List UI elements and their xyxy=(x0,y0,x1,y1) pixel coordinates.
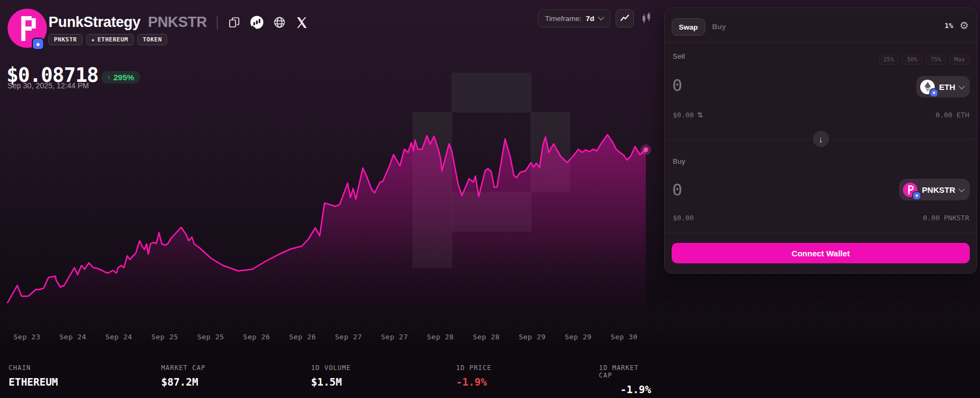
chart-area-fill xyxy=(8,135,646,313)
stat-1d-price: 1D PRICE -1.9% xyxy=(456,364,492,388)
stat-1d-volume: 1D VOLUME $1.5M xyxy=(311,364,351,388)
x-axis-label: Sep 24 xyxy=(96,333,141,341)
stat-label: 1D PRICE xyxy=(456,364,492,372)
chart-end-dot xyxy=(644,148,648,152)
x-axis-label: Sep 29 xyxy=(509,333,555,341)
stat-1d-market-cap: 1D MARKET CAP -1.9% xyxy=(599,364,651,395)
eth-diamond-icon: ◆ xyxy=(92,37,95,43)
x-axis-label: Sep 30 xyxy=(602,333,647,341)
line-chart-icon[interactable] xyxy=(616,9,634,27)
ethereum-mini-badge-icon: ◆ xyxy=(913,192,920,199)
chain-chip[interactable]: ◆ETHEREUM xyxy=(86,34,134,45)
eth-token-icon: ◆ xyxy=(920,80,935,94)
x-axis-label: Sep 29 xyxy=(556,333,601,341)
ticker-chip[interactable]: PNKSTR xyxy=(49,34,82,45)
quick-25-button[interactable]: 25% xyxy=(879,54,899,65)
page-title: PunkStrategy xyxy=(49,14,140,31)
swap-direction-icon[interactable]: ⇅ xyxy=(697,111,703,119)
connect-wallet-button[interactable]: Connect Wallet xyxy=(672,243,970,263)
stat-market-cap: MARKET CAP $87.2M xyxy=(161,364,205,388)
stat-chain: CHAIN ETHEREUM xyxy=(9,364,58,388)
swap-panel: Swap Buy 1% ⚙ Sell 25% 50% 75% Max 0 ◆ E… xyxy=(664,8,977,274)
stat-value: ETHEREUM xyxy=(9,376,58,388)
gear-icon[interactable]: ⚙ xyxy=(960,18,969,33)
website-globe-icon[interactable] xyxy=(273,16,286,29)
x-axis-label: Sep 26 xyxy=(234,333,279,341)
buy-token-selector[interactable]: ◆ PNKSTR xyxy=(899,179,970,200)
watermark-p-logo xyxy=(412,73,570,268)
up-arrow-icon: ↑ xyxy=(107,73,111,81)
x-axis-label: Sep 25 xyxy=(188,333,233,341)
buy-balance: 0.00 PNKSTR xyxy=(923,214,969,222)
stat-label: 1D MARKET CAP xyxy=(599,364,651,379)
slippage-value[interactable]: 1% xyxy=(944,22,953,30)
pixel-p-glyph xyxy=(907,185,914,194)
x-axis-label: Sep 26 xyxy=(280,333,325,341)
stat-value: -1.9% xyxy=(599,383,651,395)
stat-value: -1.9% xyxy=(456,376,492,388)
stat-value: $87.2M xyxy=(161,376,205,388)
price-timestamp: Sep 30, 2025, 12:44 PM xyxy=(8,81,89,90)
etherscan-icon[interactable] xyxy=(250,16,264,29)
x-axis-labels: Sep 23Sep 24Sep 24Sep 25Sep 25Sep 26Sep … xyxy=(4,333,647,341)
sell-balance: 0.00 ETH xyxy=(935,111,969,119)
title-row: PunkStrategy PNKSTR xyxy=(49,14,309,31)
x-axis-label: Sep 25 xyxy=(142,333,188,341)
x-twitter-icon[interactable] xyxy=(295,16,309,29)
tab-buy[interactable]: Buy xyxy=(712,18,726,34)
divider xyxy=(217,16,218,29)
quick-75-button[interactable]: 75% xyxy=(926,54,946,65)
x-axis-label: Sep 24 xyxy=(50,333,95,341)
tag-chips: PNKSTR ◆ETHEREUM TOKEN xyxy=(49,34,167,45)
timeframe-dropdown[interactable]: Timeframe:7d xyxy=(538,9,610,27)
divider xyxy=(665,42,977,43)
social-links xyxy=(227,16,309,29)
x-axis-label: Sep 27 xyxy=(326,333,371,341)
stat-label: CHAIN xyxy=(9,364,58,372)
sell-usd-value: $0.00⇅ xyxy=(673,111,703,119)
chevron-down-icon xyxy=(958,83,964,89)
chart-line xyxy=(8,135,646,303)
candlestick-icon[interactable] xyxy=(639,10,653,27)
chart-controls: Timeframe:7d xyxy=(538,10,653,27)
type-chip[interactable]: TOKEN xyxy=(137,34,168,45)
sell-token-selector[interactable]: ◆ ETH xyxy=(916,76,970,97)
token-logo: ◆ xyxy=(8,9,47,48)
buy-amount-input[interactable]: 0 xyxy=(672,181,682,198)
stat-value: $1.5M xyxy=(311,376,351,388)
quick-amount-chips: 25% 50% 75% Max xyxy=(879,54,970,65)
price-change-badge: ↑ 295% xyxy=(101,71,140,83)
chart-end-dot-glow xyxy=(640,144,651,155)
quick-50-button[interactable]: 50% xyxy=(902,54,922,65)
pnkstr-token-icon: ◆ xyxy=(903,183,917,197)
chevron-down-icon xyxy=(958,186,964,192)
stat-label: 1D VOLUME xyxy=(311,364,351,372)
sell-label: Sell xyxy=(673,52,685,60)
buy-label: Buy xyxy=(673,157,685,165)
tab-swap[interactable]: Swap xyxy=(672,18,705,36)
token-symbol: PNKSTR xyxy=(148,14,206,31)
stat-label: MARKET CAP xyxy=(161,364,205,372)
x-axis-label: Sep 28 xyxy=(464,333,509,341)
sell-amount-input[interactable]: 0 xyxy=(672,77,682,94)
ethereum-chain-badge-icon: ◆ xyxy=(33,39,43,49)
copy-icon[interactable] xyxy=(227,16,241,29)
swap-direction-button[interactable]: ↓ xyxy=(810,128,832,150)
x-axis-label: Sep 23 xyxy=(4,333,50,341)
x-axis-label: Sep 28 xyxy=(418,333,463,341)
arrow-down-icon: ↓ xyxy=(819,135,823,144)
ethereum-mini-badge-icon: ◆ xyxy=(930,89,937,96)
divider xyxy=(665,233,977,233)
pixel-p-glyph xyxy=(17,16,38,41)
buy-usd-value: $0.00 xyxy=(673,214,694,222)
quick-max-button[interactable]: Max xyxy=(949,54,970,65)
x-axis-label: Sep 27 xyxy=(372,333,417,341)
chevron-down-icon xyxy=(598,14,604,20)
